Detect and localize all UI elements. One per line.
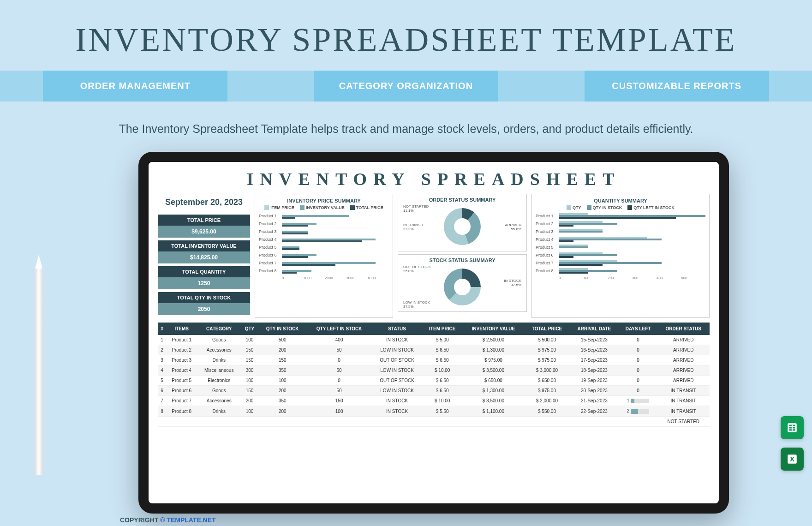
- qty-bar-row: Product 8: [536, 268, 705, 274]
- table-row: 5Product 5Electronics1001000OUT OF STOCK…: [158, 376, 710, 386]
- stat-box: TOTAL INVENTORY VALUE$14,825.00: [158, 240, 250, 263]
- price-chart-title: INVENTORY PRICE SUMMARY: [259, 198, 389, 203]
- price-bar-row: Product 7: [259, 260, 389, 266]
- table-header: ORDER STATUS: [657, 323, 710, 335]
- inventory-table: #ITEMSCATEGORYQTYQTY IN STOCKQTY LEFT IN…: [158, 323, 710, 427]
- feature-row: ORDER MANAGEMENT CATEGORY ORGANIZATION C…: [0, 71, 812, 102]
- date-display: September 20, 2023: [158, 194, 250, 211]
- stock-donut-chart: [444, 269, 481, 305]
- price-chart-legend: ITEM PRICE INVENTORY VALUE TOTAL PRICE: [259, 205, 389, 210]
- table-header: QTY LEFT IN STOCK: [306, 323, 371, 335]
- qty-bar-row: Product 1: [536, 213, 705, 219]
- order-donut-title: ORDER STATUS SUMMARY: [401, 197, 524, 203]
- google-sheets-icon[interactable]: [781, 416, 804, 439]
- table-header: CATEGORY: [197, 323, 241, 335]
- price-bar-row: Product 6: [259, 252, 389, 258]
- qty-chart-legend: QTY QTY IN STOCK QTY LEFT IN STOCK: [536, 205, 705, 210]
- table-row: 1Product 1Goods100500400IN STOCK$ 5.00$ …: [158, 335, 710, 345]
- order-donut-chart: [444, 208, 481, 245]
- stylus-icon: [35, 268, 43, 475]
- table-header: ITEM PRICE: [422, 323, 462, 335]
- description-text: The Inventory Spreadsheet Template helps…: [0, 115, 812, 152]
- table-row: 3Product 3Drinks1501500OUT OF STOCK$ 6.5…: [158, 355, 710, 365]
- qty-bar-row: Product 4: [536, 236, 705, 243]
- table-header: STATUS: [372, 323, 423, 335]
- qty-bar-row: Product 6: [536, 252, 705, 258]
- table-header: INVENTORY VALUE: [462, 323, 525, 335]
- qty-chart-panel: QUANTITY SUMMARY QTY QTY IN STOCK QTY LE…: [531, 194, 710, 318]
- table-header: QTY: [241, 323, 258, 335]
- table-row: 4Product 4Miscellaneous30035050LOW IN ST…: [158, 365, 710, 376]
- stat-box: TOTAL PRICE$9,625.00: [158, 215, 250, 238]
- qty-bar-row: Product 2: [536, 221, 705, 227]
- tablet-mockup: INVENTORY SPREADSHEET September 20, 2023…: [83, 152, 729, 514]
- table-header: #: [158, 323, 166, 335]
- copyright-text: COPYRIGHT © TEMPLATE.NET: [120, 516, 216, 524]
- qty-bar-row: Product 3: [536, 228, 705, 235]
- stock-status-panel: STOCK STATUS SUMMARY OUT OF STOCK25.0% L…: [398, 254, 527, 312]
- page-title: INVENTORY SPREADSHEET TEMPLATE: [0, 0, 812, 71]
- table-header: DAYS LEFT: [619, 323, 657, 335]
- svg-rect-4: [792, 425, 793, 431]
- price-bar-row: Product 1: [259, 213, 389, 219]
- qty-chart-title: QUANTITY SUMMARY: [536, 198, 705, 203]
- svg-text:X: X: [790, 455, 794, 463]
- table-row: 8Product 8Drinks100200100IN STOCK$ 5.50$…: [158, 406, 710, 416]
- qty-bar-row: Product 7: [536, 260, 705, 266]
- table-row: 6Product 6Goods15020050LOW IN STOCK$ 6.5…: [158, 386, 710, 396]
- spreadsheet-title: INVENTORY SPREADSHEET: [158, 169, 710, 189]
- app-icons-tray: X: [781, 416, 804, 471]
- feature-tab-category: CATEGORY ORGANIZATION: [314, 71, 498, 102]
- table-header: ARRIVAL DATE: [569, 323, 619, 335]
- price-bar-row: Product 5: [259, 244, 389, 251]
- summary-column: September 20, 2023 TOTAL PRICE$9,625.00T…: [158, 194, 250, 318]
- excel-icon[interactable]: X: [781, 448, 804, 471]
- table-header: QTY IN STOCK: [258, 323, 307, 335]
- table-row: 7Product 7Accessories200350150IN STOCK$ …: [158, 396, 710, 406]
- feature-tab-order: ORDER MANAGEMENT: [43, 71, 227, 102]
- feature-tab-reports: CUSTOMIZABLE REPORTS: [585, 71, 769, 102]
- stock-donut-title: STOCK STATUS SUMMARY: [401, 257, 524, 263]
- price-bar-row: Product 8: [259, 268, 389, 274]
- price-bar-row: Product 3: [259, 228, 389, 235]
- qty-bar-row: Product 5: [536, 244, 705, 251]
- price-bar-row: Product 4: [259, 236, 389, 243]
- copyright-link[interactable]: © TEMPLATE.NET: [160, 516, 216, 524]
- order-status-panel: ORDER STATUS SUMMARY NOT STARTED11.1% IN…: [398, 194, 527, 251]
- price-bar-row: Product 2: [259, 221, 389, 227]
- table-row: 2Product 2Accessories15020050LOW IN STOC…: [158, 345, 710, 355]
- table-row: NOT STARTED: [158, 416, 710, 426]
- stat-box: TOTAL QUANTITY1250: [158, 266, 250, 289]
- table-header: ITEMS: [166, 323, 197, 335]
- stat-box: TOTAL QTY IN STOCK2050: [158, 292, 250, 315]
- price-chart-panel: INVENTORY PRICE SUMMARY ITEM PRICE INVEN…: [255, 194, 393, 318]
- table-header: TOTAL PRICE: [525, 323, 570, 335]
